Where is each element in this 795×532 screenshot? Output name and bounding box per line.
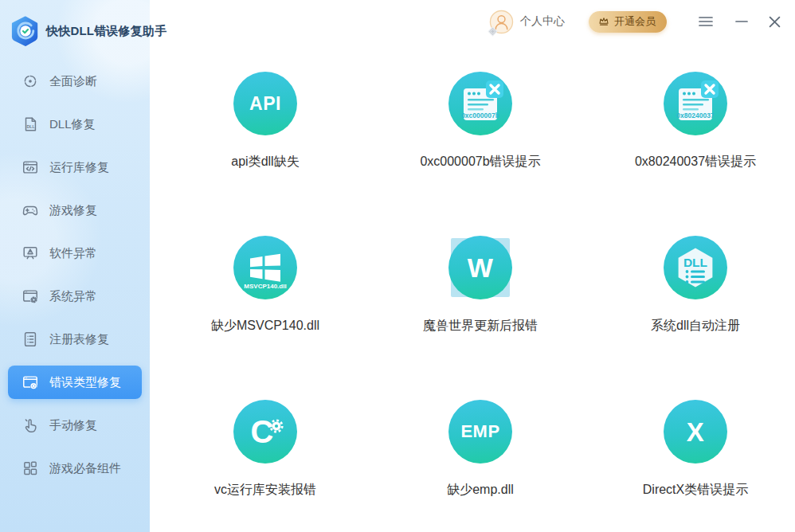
sidebar-item-full-diagnosis[interactable]: 全面诊断 bbox=[0, 60, 150, 103]
grid-item-label: 0xc000007b错误提示 bbox=[420, 154, 540, 170]
error-type-grid: API api类dll缺失 0xc000007b bbox=[158, 70, 795, 532]
sidebar-item-label: 游戏必备组件 bbox=[49, 461, 121, 476]
minimize-icon bbox=[735, 16, 748, 27]
sidebar-item-label: 注册表修复 bbox=[49, 332, 109, 347]
app-logo-row: 快快DLL错误修复助手 bbox=[10, 16, 166, 46]
svg-text:0xc000007b: 0xc000007b bbox=[461, 111, 499, 119]
grid-item-wow[interactable]: W 魔兽世界更新后报错 bbox=[373, 234, 588, 398]
svg-text:DLL: DLL bbox=[26, 124, 35, 129]
api-circle-icon: API bbox=[233, 72, 297, 135]
grid-item-directx[interactable]: X DirectX类错误提示 bbox=[588, 398, 795, 532]
system-gear-window-icon bbox=[22, 288, 39, 305]
sidebar-item-label: 错误类型修复 bbox=[49, 375, 121, 390]
open-vip-label: 开通会员 bbox=[614, 14, 656, 29]
profile-center-link[interactable]: 个人中心 bbox=[520, 14, 565, 29]
sidebar-item-runtime-repair[interactable]: 运行库修复 bbox=[0, 146, 150, 189]
grid-item-0xc000007b[interactable]: 0xc000007b 0xc000007b错误提示 bbox=[373, 70, 588, 234]
grid-item-0x80240037[interactable]: 0x80240037 0x80240037错误提示 bbox=[588, 70, 795, 234]
sidebar-item-label: 运行库修复 bbox=[49, 160, 109, 175]
grid-item-emp[interactable]: EMP 缺少emp.dll bbox=[373, 398, 588, 532]
grid-item-label: 缺少emp.dll bbox=[447, 482, 514, 499]
grid-item-label: DirectX类错误提示 bbox=[643, 482, 748, 499]
svg-text:0x80240037: 0x80240037 bbox=[676, 111, 715, 119]
sidebar-item-system-error[interactable]: 系统异常 bbox=[0, 275, 150, 318]
grid-item-label: 系统dll自动注册 bbox=[651, 318, 740, 334]
app-title: 快快DLL错误修复助手 bbox=[46, 24, 166, 39]
sidebar-item-game-repair[interactable]: 游戏修复 bbox=[0, 189, 150, 232]
sidebar-item-error-type-repair[interactable]: 错误类型修复 bbox=[8, 366, 142, 399]
error-doc-circle-icon: 0xc000007b bbox=[448, 72, 512, 135]
sidebar-item-label: 游戏修复 bbox=[49, 203, 97, 218]
grid-item-label: vc运行库安装报错 bbox=[214, 482, 316, 499]
vip-level-diamond-icon bbox=[488, 26, 498, 37]
error-doc-circle-icon: 0x80240037 bbox=[664, 72, 727, 135]
shield-check-logo-icon bbox=[10, 16, 41, 46]
windows-logo-circle-icon: MSVCP140.dll bbox=[233, 236, 297, 299]
registry-doc-icon bbox=[22, 331, 39, 348]
grid-item-api-dll[interactable]: API api类dll缺失 bbox=[158, 70, 373, 234]
sidebar-item-label: DLL修复 bbox=[49, 117, 96, 132]
wow-circle-icon: W bbox=[448, 236, 512, 299]
open-vip-button[interactable]: 开通会员 bbox=[589, 11, 667, 33]
window-close-button[interactable] bbox=[767, 14, 782, 29]
gamepad-icon bbox=[22, 201, 39, 219]
svg-text:MSVCP140.dll: MSVCP140.dll bbox=[244, 283, 286, 290]
grid-item-label: api类dll缺失 bbox=[231, 154, 299, 170]
components-grid-icon bbox=[22, 460, 39, 477]
grid-item-label: 魔兽世界更新后报错 bbox=[423, 318, 538, 334]
runtime-code-window-icon bbox=[22, 158, 39, 176]
topbar: 个人中心 开通会员 bbox=[150, 0, 795, 43]
software-warning-icon bbox=[22, 244, 39, 262]
grid-item-vc-runtime[interactable]: C vc运行库安装报错 bbox=[158, 398, 373, 532]
svg-text:C: C bbox=[251, 414, 274, 449]
sidebar-item-game-components[interactable]: 游戏必备组件 bbox=[0, 447, 150, 490]
close-icon bbox=[769, 16, 781, 28]
grid-item-dll-register[interactable]: DLL 系统dll自动注册 bbox=[588, 234, 795, 398]
grid-item-msvcp140[interactable]: MSVCP140.dll 缺少MSVCP140.dll bbox=[158, 234, 373, 398]
grid-item-label: 0x80240037错误提示 bbox=[635, 154, 756, 170]
sidebar-item-dll-repair[interactable]: DLL DLL修复 bbox=[0, 103, 150, 146]
avatar[interactable] bbox=[489, 10, 514, 34]
sidebar: 快快DLL错误修复助手 全面诊断 DLL DLL修复 bbox=[0, 0, 150, 532]
hand-pointer-icon bbox=[22, 417, 39, 434]
sidebar-item-label: 软件异常 bbox=[49, 246, 97, 261]
window-menu-button[interactable] bbox=[697, 14, 715, 29]
app-window: 快快DLL错误修复助手 全面诊断 DLL DLL修复 bbox=[0, 0, 795, 532]
sidebar-item-label: 全面诊断 bbox=[49, 74, 97, 89]
emp-circle-icon: EMP bbox=[448, 400, 512, 464]
svg-text:DLL: DLL bbox=[683, 256, 707, 269]
directx-circle-icon: X bbox=[664, 400, 727, 464]
sidebar-item-registry-repair[interactable]: 注册表修复 bbox=[0, 318, 150, 361]
crown-icon bbox=[597, 15, 610, 28]
grid-item-label: 缺少MSVCP140.dll bbox=[211, 318, 319, 334]
sidebar-item-label: 手动修复 bbox=[49, 418, 97, 433]
window-minimize-button[interactable] bbox=[734, 14, 750, 29]
vc-gear-circle-icon: C bbox=[233, 400, 297, 464]
dll-hexagon-circle-icon: DLL bbox=[664, 236, 727, 299]
sidebar-item-software-error[interactable]: 软件异常 bbox=[0, 232, 150, 275]
sidebar-item-label: 系统异常 bbox=[49, 289, 97, 304]
sidebar-item-manual-repair[interactable]: 手动修复 bbox=[0, 404, 150, 447]
hamburger-menu-icon bbox=[699, 16, 713, 27]
error-type-window-icon bbox=[22, 374, 39, 391]
dll-file-icon: DLL bbox=[22, 115, 39, 133]
target-icon bbox=[22, 72, 39, 90]
sidebar-menu: 全面诊断 DLL DLL修复 运行库修复 bbox=[0, 60, 150, 490]
